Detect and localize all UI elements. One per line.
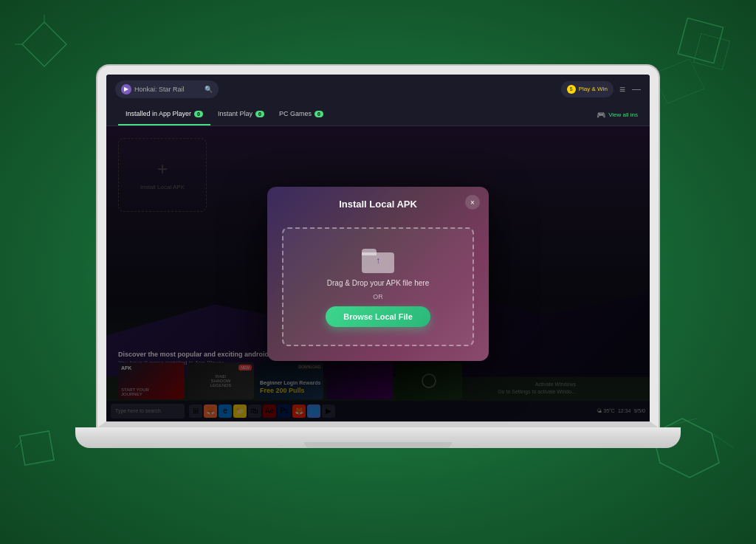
laptop: ▶ Honkai: Star Rail 🔍 $ Play & Win ≡ — I… — [75, 66, 681, 479]
tab-instant-play[interactable]: Instant Play 0 — [210, 103, 272, 125]
browse-local-file-button[interactable]: Browse Local File — [326, 306, 430, 327]
search-value: Honkai: Star Rail — [134, 86, 185, 93]
tab-instant-play-badge: 0 — [255, 111, 264, 117]
top-bar: ▶ Honkai: Star Rail 🔍 $ Play & Win ≡ — — [106, 75, 650, 104]
play-win-button[interactable]: $ Play & Win — [561, 81, 614, 97]
search-bar[interactable]: ▶ Honkai: Star Rail 🔍 — [115, 80, 219, 98]
drop-zone[interactable]: ↑ Drag & Drop your APK file here OR Brow… — [282, 227, 474, 346]
app-icon: ▶ — [121, 84, 131, 94]
tab-pc-games[interactable]: PC Games 0 — [272, 103, 331, 125]
svg-line-10 — [15, 441, 22, 448]
screen-content: ▶ Honkai: Star Rail 🔍 $ Play & Win ≡ — I… — [106, 75, 650, 421]
modal-header: Install Local APK × — [267, 187, 489, 218]
svg-rect-0 — [678, 18, 723, 63]
laptop-screen: ▶ Honkai: Star Rail 🔍 $ Play & Win ≡ — I… — [97, 66, 659, 427]
view-all-button[interactable]: 🎮 View all ins — [597, 111, 638, 119]
top-bar-right: $ Play & Win ≡ — — [561, 81, 641, 97]
laptop-base — [75, 427, 681, 448]
or-divider: OR — [373, 293, 383, 300]
install-local-apk-modal: Install Local APK × ↑ — [267, 187, 489, 361]
modal-overlay: Install Local APK × ↑ — [106, 126, 650, 421]
tab-installed[interactable]: Installed in App Player 0 — [118, 103, 210, 125]
folder-upload-icon: ↑ — [362, 247, 394, 273]
tab-installed-badge: 0 — [194, 111, 203, 117]
drop-text: Drag & Drop your APK file here — [327, 279, 429, 287]
tab-pc-games-badge: 0 — [315, 111, 323, 117]
modal-body: ↑ Drag & Drop your APK file here OR Brow… — [267, 218, 489, 361]
svg-line-5 — [712, 433, 734, 448]
menu-icon[interactable]: ≡ — [619, 83, 626, 95]
tabs-row: Installed in App Player 0 Instant Play 0… — [106, 104, 650, 126]
modal-close-button[interactable]: × — [465, 195, 480, 210]
svg-rect-1 — [694, 34, 730, 70]
minimize-icon[interactable]: — — [632, 84, 641, 94]
main-area: + Install Local APK You have 0 game inst… — [106, 126, 650, 421]
svg-marker-6 — [22, 22, 66, 66]
modal-title: Install Local APK — [339, 199, 417, 210]
svg-rect-9 — [20, 431, 54, 465]
coin-icon: $ — [567, 85, 576, 94]
search-magnifier-icon: 🔍 — [205, 86, 213, 93]
